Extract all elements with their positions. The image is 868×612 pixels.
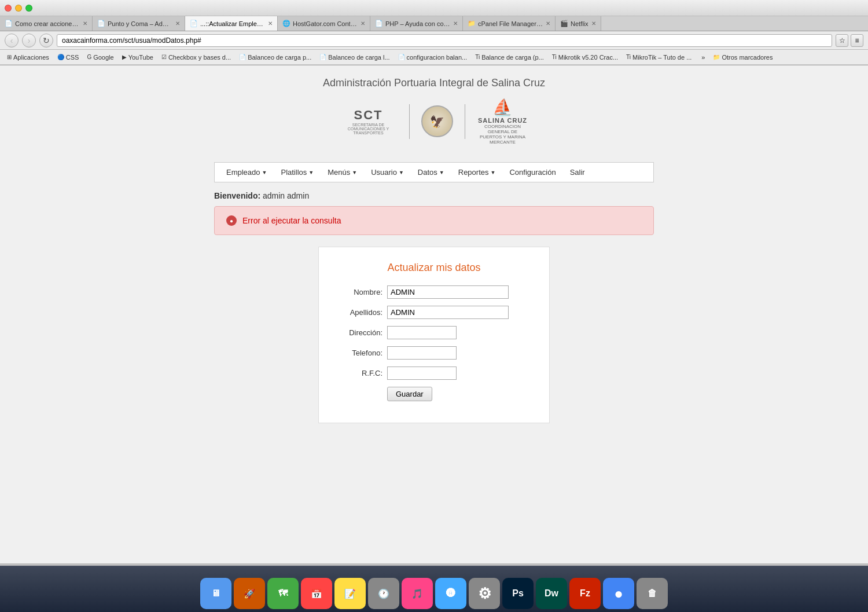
bookmark-otrosmarcadores[interactable]: 📁Otros marcadores bbox=[711, 53, 775, 62]
form-card: Actualizar mis datos Nombre: Apellidos: … bbox=[318, 247, 550, 423]
form-row-submit: Guardar bbox=[336, 387, 532, 401]
form-title: Actualizar mis datos bbox=[336, 262, 532, 274]
nav-menu: Empleado ▼Platillos ▼Menús ▼Usuario ▼Dat… bbox=[214, 162, 654, 182]
org-title: Administración Portuaria Integral de Sal… bbox=[323, 77, 545, 89]
nav-item-salir[interactable]: Salir bbox=[564, 166, 591, 179]
label-direccion: Dirección: bbox=[336, 328, 382, 337]
input-apellidos[interactable] bbox=[387, 306, 509, 319]
bookmark-youtube[interactable]: ▶YouTube bbox=[120, 53, 156, 62]
dock-dreamweaver[interactable]: Dw bbox=[536, 578, 567, 609]
bookmark-mikrotikv5.20crac...[interactable]: TiMikrotik v5.20 Crac... bbox=[550, 53, 620, 62]
dock-notes[interactable]: 📝 bbox=[334, 578, 366, 609]
dock-appstore[interactable]: 🅐 bbox=[435, 578, 466, 609]
forward-button[interactable]: › bbox=[22, 34, 36, 47]
minimize-button[interactable] bbox=[15, 5, 22, 12]
browser-window: 📄Como crear acciones con✕📄Punto y Coma –… bbox=[0, 0, 868, 65]
salina-icon: ⛵ bbox=[492, 98, 513, 117]
form-row-telefono: Telefono: bbox=[336, 346, 532, 360]
nav-item-configuración[interactable]: Configuración bbox=[503, 166, 561, 179]
label-telefono: Telefono: bbox=[336, 349, 382, 357]
dock-systemprefs[interactable]: ⚙ bbox=[469, 578, 500, 609]
browser-content: Administración Portuaria Integral de Sal… bbox=[0, 65, 868, 563]
bookmark-»[interactable]: » bbox=[697, 53, 707, 62]
error-icon: ● bbox=[226, 215, 237, 226]
logo-row: SCT SECRETARIA DE COMUNICACIONES Y TRANS… bbox=[340, 98, 529, 145]
tab-tab7[interactable]: 🎬Netflix✕ bbox=[556, 16, 601, 31]
sct-logo: SCT SECRETARIA DE COMUNICACIONES Y TRANS… bbox=[340, 108, 398, 135]
dock-chrome[interactable]: ● bbox=[603, 578, 634, 609]
form-row-direccion: Dirección: bbox=[336, 326, 532, 339]
dock-music[interactable]: 🎵 bbox=[402, 578, 433, 609]
content-wrapper: Administración Portuaria Integral de Sal… bbox=[208, 77, 660, 423]
bookmark-configuracionbalan...[interactable]: 📄configuracion balan... bbox=[396, 53, 470, 62]
guardar-button[interactable]: Guardar bbox=[387, 387, 432, 401]
error-box: ● Error al ejecutar la consulta bbox=[214, 206, 654, 235]
bookmark-balancedecarga(p...[interactable]: TiBalance de carga (p... bbox=[473, 53, 546, 62]
nav-item-usuario[interactable]: Usuario ▼ bbox=[365, 166, 410, 179]
sct-acronym: SCT bbox=[354, 108, 383, 123]
bookmark-balanceodecargap...[interactable]: 📄Balanceo de carga p... bbox=[237, 53, 314, 62]
dock-bar: 🖥🚀🗺📅📝🕐🎵🅐⚙PsDwFz●🗑 bbox=[0, 566, 868, 612]
bookmark-aplicaciones[interactable]: ⊞Aplicaciones bbox=[5, 53, 52, 62]
tab-tab3[interactable]: 📄...::Actualizar Empleado:...✕ bbox=[185, 16, 278, 31]
form-row-rfc: R.F.C: bbox=[336, 367, 532, 380]
bookmarks-bar: ⊞Aplicaciones🔵CSSGGoogle▶YouTube☑Checkbo… bbox=[0, 50, 868, 65]
input-direccion[interactable] bbox=[387, 326, 457, 339]
back-button[interactable]: ‹ bbox=[5, 34, 19, 47]
dock-filezilla[interactable]: Fz bbox=[569, 578, 601, 609]
form-row-apellidos: Apellidos: bbox=[336, 306, 532, 319]
nav-item-empleado[interactable]: Empleado ▼ bbox=[220, 166, 273, 179]
label-apellidos: Apellidos: bbox=[336, 308, 382, 317]
input-telefono[interactable] bbox=[387, 346, 457, 360]
error-message: Error al ejecutar la consulta bbox=[242, 216, 341, 225]
nav-item-menús[interactable]: Menús ▼ bbox=[322, 166, 363, 179]
input-nombre[interactable] bbox=[387, 285, 509, 299]
traffic-lights bbox=[5, 5, 32, 12]
reload-button[interactable]: ↻ bbox=[39, 34, 53, 47]
dock-launchpad[interactable]: 🚀 bbox=[234, 578, 265, 609]
tab-tab2[interactable]: 📄Punto y Coma – Administ...✕ bbox=[93, 16, 185, 31]
bookmark-checkboxybasesd...[interactable]: ☑Checkbox y bases d... bbox=[159, 53, 233, 62]
toolbar-right: ☆ ≡ bbox=[836, 34, 863, 47]
salina-logo: ⛵ SALINA CRUZ COORDINACION GENERAL DE PU… bbox=[477, 98, 529, 145]
dock-finder[interactable]: 🖥 bbox=[200, 578, 231, 609]
bookmark-css[interactable]: 🔵CSS bbox=[55, 53, 82, 62]
tab-tab5[interactable]: 📄PHP – Ayuda con conexión...✕ bbox=[370, 16, 463, 31]
salina-brand: SALINA CRUZ bbox=[478, 117, 527, 124]
national-seal: 🦅 bbox=[421, 105, 453, 137]
form-row-nombre: Nombre: bbox=[336, 285, 532, 299]
welcome-label: Bienvenido: bbox=[214, 191, 260, 200]
bookmark-balanceodecargal...[interactable]: 📄Balanceo de carga l... bbox=[317, 53, 392, 62]
tab-tab6[interactable]: 📁cPanel File Manager v3✕ bbox=[463, 16, 556, 31]
menu-icon[interactable]: ≡ bbox=[851, 34, 863, 47]
star-icon[interactable]: ☆ bbox=[836, 34, 848, 47]
nav-item-reportes[interactable]: Reportes ▼ bbox=[453, 166, 502, 179]
page-content: Administración Portuaria Integral de Sal… bbox=[0, 65, 868, 563]
tab-bar: 📄Como crear acciones con✕📄Punto y Coma –… bbox=[0, 16, 868, 31]
welcome-text: Bienvenido: admin admin bbox=[214, 191, 654, 200]
salina-subtitle: COORDINACION GENERAL DE PUERTOS Y MARINA… bbox=[477, 124, 529, 145]
close-button[interactable] bbox=[5, 5, 12, 12]
url-input[interactable] bbox=[57, 34, 832, 47]
bookmark-mikrotik–tutode...[interactable]: TiMikroTik – Tuto de ... bbox=[624, 53, 694, 62]
dock-maps[interactable]: 🗺 bbox=[267, 578, 299, 609]
title-bar bbox=[0, 0, 868, 16]
page-header: Administración Portuaria Integral de Sal… bbox=[208, 77, 660, 156]
logo-divider-2 bbox=[465, 104, 465, 139]
tab-tab4[interactable]: 🌐HostGator.com Control Pa...✕ bbox=[278, 16, 370, 31]
dock-calendar[interactable]: 📅 bbox=[301, 578, 332, 609]
nav-item-platillos[interactable]: Platillos ▼ bbox=[275, 166, 319, 179]
input-rfc[interactable] bbox=[387, 367, 457, 380]
dock-photoshop[interactable]: Ps bbox=[502, 578, 534, 609]
nav-item-datos[interactable]: Datos ▼ bbox=[412, 166, 450, 179]
bookmark-google[interactable]: GGoogle bbox=[84, 53, 116, 62]
welcome-user: admin admin bbox=[263, 191, 309, 200]
dock-clock[interactable]: 🕐 bbox=[368, 578, 399, 609]
tab-tab1[interactable]: 📄Como crear acciones con✕ bbox=[0, 16, 93, 31]
logo-divider bbox=[409, 104, 410, 139]
url-bar-row: ‹ › ↻ ☆ ≡ bbox=[0, 31, 868, 50]
maximize-button[interactable] bbox=[25, 5, 32, 12]
label-nombre: Nombre: bbox=[336, 288, 382, 296]
sct-subtitle: SECRETARIA DE COMUNICACIONES Y TRANSPORT… bbox=[340, 123, 398, 135]
dock-trash[interactable]: 🗑 bbox=[637, 578, 668, 609]
